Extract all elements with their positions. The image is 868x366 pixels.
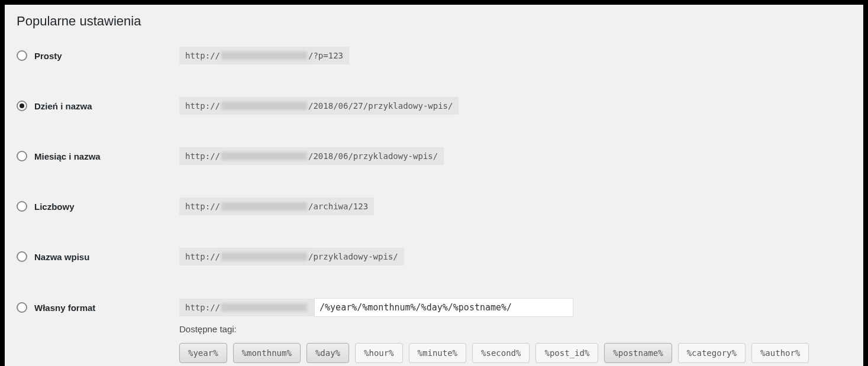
tags-section: Dostępne tagi: %year% %monthnum% %day% %… <box>179 324 851 363</box>
tag-hour[interactable]: %hour% <box>355 343 403 363</box>
tag-year[interactable]: %year% <box>179 343 227 363</box>
radio-label-day-name[interactable]: Dzień i nazwa <box>34 101 92 111</box>
option-row-numeric: Liczbowy http:// /archiwa/123 <box>17 197 851 215</box>
url-prefix: http:// <box>185 151 220 161</box>
radio-label-month-name[interactable]: Miesiąc i nazwa <box>34 151 101 161</box>
url-suffix: /?p=123 <box>308 51 343 60</box>
section-heading: Popularne ustawienia <box>17 14 851 29</box>
radio-label-wrap[interactable]: Własny format <box>17 302 179 313</box>
custom-input-wrap: http:// <box>179 298 573 317</box>
tag-second[interactable]: %second% <box>472 343 530 363</box>
tag-day[interactable]: %day% <box>306 343 349 363</box>
url-prefix: http:// <box>185 101 220 111</box>
url-suffix: /2018/06/przykladowy-wpis/ <box>308 151 438 161</box>
url-prefix: http:// <box>185 51 220 60</box>
option-row-day-name: Dzień i nazwa http:// /2018/06/27/przykl… <box>17 97 851 115</box>
radio-label-numeric[interactable]: Liczbowy <box>34 202 75 212</box>
radio-day-name[interactable] <box>17 101 27 111</box>
url-example-day-name: http:// /2018/06/27/przykladowy-wpis/ <box>179 97 459 115</box>
custom-structure-input[interactable] <box>314 298 573 317</box>
tag-minute[interactable]: %minute% <box>409 343 466 363</box>
tags-label: Dostępne tagi: <box>179 324 851 334</box>
tag-category[interactable]: %category% <box>678 343 746 363</box>
radio-month-name[interactable] <box>17 151 27 161</box>
url-prefix: http:// <box>185 202 220 211</box>
url-example-plain: http:// /?p=123 <box>179 47 349 64</box>
tag-author[interactable]: %author% <box>751 343 809 363</box>
tag-postname[interactable]: %postname% <box>604 343 672 363</box>
blurred-domain <box>221 202 307 210</box>
radio-label-wrap[interactable]: Nazwa wpisu <box>17 251 179 262</box>
url-example-numeric: http:// /archiwa/123 <box>179 197 374 215</box>
radio-label-wrap[interactable]: Dzień i nazwa <box>17 101 179 111</box>
radio-label-plain[interactable]: Prosty <box>34 51 62 61</box>
option-row-plain: Prosty http:// /?p=123 <box>17 47 851 64</box>
option-row-month-name: Miesiąc i nazwa http:// /2018/06/przykla… <box>17 147 851 165</box>
radio-label-wrap[interactable]: Prosty <box>17 50 179 61</box>
radio-plain[interactable] <box>17 50 27 61</box>
url-example-month-name: http:// /2018/06/przykladowy-wpis/ <box>179 147 444 165</box>
url-suffix: /przykladowy-wpis/ <box>308 252 398 261</box>
radio-numeric[interactable] <box>17 201 27 212</box>
blurred-domain <box>221 51 307 60</box>
tag-post-id[interactable]: %post_id% <box>535 343 598 363</box>
custom-url-prefix: http:// <box>179 299 314 316</box>
radio-label-wrap[interactable]: Miesiąc i nazwa <box>17 151 179 161</box>
url-prefix: http:// <box>185 252 220 261</box>
radio-label-post-name[interactable]: Nazwa wpisu <box>34 252 89 262</box>
blurred-domain <box>221 152 307 160</box>
blurred-domain <box>221 303 307 312</box>
option-row-custom: Własny format http:// <box>17 298 851 317</box>
tags-row: %year% %monthnum% %day% %hour% %minute% … <box>179 343 851 363</box>
url-suffix: /2018/06/27/przykladowy-wpis/ <box>308 101 453 111</box>
url-prefix: http:// <box>185 303 220 312</box>
blurred-domain <box>221 102 307 110</box>
url-example-post-name: http:// /przykladowy-wpis/ <box>179 248 404 265</box>
radio-label-custom[interactable]: Własny format <box>34 303 95 313</box>
permalink-settings-panel: Popularne ustawienia Prosty http:// /?p=… <box>5 5 863 366</box>
tag-monthnum[interactable]: %monthnum% <box>233 343 301 363</box>
blurred-domain <box>221 252 307 261</box>
radio-custom[interactable] <box>17 302 27 313</box>
option-row-post-name: Nazwa wpisu http:// /przykladowy-wpis/ <box>17 248 851 265</box>
radio-label-wrap[interactable]: Liczbowy <box>17 201 179 212</box>
url-suffix: /archiwa/123 <box>308 202 368 211</box>
radio-post-name[interactable] <box>17 251 27 262</box>
